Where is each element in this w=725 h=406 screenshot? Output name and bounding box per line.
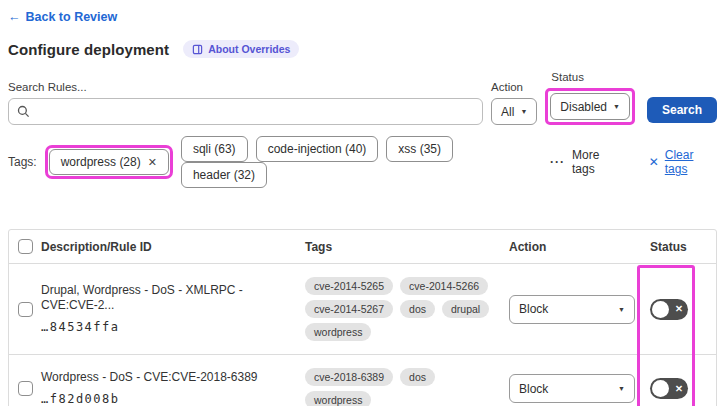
column-header-description: Description/Rule ID (41, 240, 305, 254)
table-header-row: Description/Rule ID Tags Action Status (9, 230, 716, 264)
rule-id: …84534ffa (41, 320, 291, 335)
column-header-action: Action (509, 240, 643, 254)
select-all-checkbox[interactable] (18, 239, 33, 254)
toggle-knob (652, 380, 669, 397)
rule-tag-wordpress: wordpress (305, 323, 371, 341)
about-badge-label: About Overrides (208, 43, 290, 55)
search-icon (17, 105, 30, 118)
book-icon (192, 44, 203, 55)
back-arrow-icon: ← (8, 10, 21, 24)
clear-tags-label: Clear tags (665, 148, 717, 176)
chevron-down-icon: ▼ (613, 103, 620, 110)
rule-tag-drupal: drupal (442, 300, 489, 318)
back-to-review-link[interactable]: ← Back to Review (8, 10, 117, 24)
row-checkbox[interactable] (18, 302, 33, 317)
action-select-value: Block (519, 382, 548, 396)
chevron-down-icon: ▼ (618, 385, 625, 392)
page-title: Configure deployment (8, 41, 169, 58)
status-toggle-disabled[interactable]: ✕ (650, 299, 688, 320)
status-filter-value: Disabled (560, 100, 607, 114)
status-filter-highlight: Disabled ▼ (545, 88, 635, 125)
more-tags-label: More tags (572, 148, 623, 176)
selected-tag-highlight: wordpress (28) ✕ (45, 145, 173, 179)
toggle-knob (652, 301, 669, 318)
rule-tag-cve-2014-5266: cve-2014-5266 (400, 277, 488, 295)
rule-tag-dos: dos (400, 368, 435, 386)
selected-tag-label: wordpress (28) (61, 155, 141, 169)
ellipsis-icon: ··· (550, 155, 565, 169)
tag-pill-sqli[interactable]: sqli (63) (181, 136, 248, 162)
column-header-status: Status (643, 240, 716, 254)
toggle-off-x-icon: ✕ (675, 303, 683, 314)
table-row: Drupal, Wordpress - DoS - XMLRPC - CVE:C… (9, 264, 716, 355)
search-rules-input[interactable] (8, 98, 483, 125)
tags-label: Tags: (8, 155, 37, 169)
chevron-down-icon: ▼ (520, 108, 527, 115)
tag-pill-xss[interactable]: xss (35) (386, 136, 453, 162)
back-link-label: Back to Review (26, 10, 118, 24)
column-header-tags: Tags (305, 240, 509, 254)
row-checkbox[interactable] (18, 381, 33, 396)
rule-description: Drupal, Wordpress - DoS - XMLRPC - CVE:C… (41, 283, 291, 313)
rule-tag-cve-2014-5267: cve-2014-5267 (305, 300, 393, 318)
more-tags-button[interactable]: ··· More tags (550, 148, 623, 176)
rule-description: Wordpress - DoS - CVE:CVE-2018-6389 (41, 370, 291, 385)
status-filter-dropdown[interactable]: Disabled ▼ (550, 93, 630, 120)
clear-x-icon: ✕ (649, 155, 659, 169)
rule-tag-cve-2014-5265: cve-2014-5265 (305, 277, 393, 295)
remove-tag-icon[interactable]: ✕ (148, 156, 157, 169)
rules-table: Description/Rule ID Tags Action Status D… (8, 229, 717, 406)
rule-tag-dos: dos (400, 300, 435, 318)
action-filter-dropdown[interactable]: All ▼ (491, 98, 537, 125)
about-overrides-badge[interactable]: About Overrides (183, 40, 299, 58)
tag-pill-wordpress[interactable]: wordpress (28) ✕ (49, 149, 169, 175)
status-toggle-disabled[interactable]: ✕ (650, 378, 688, 399)
action-filter-value: All (501, 105, 514, 119)
tag-pill-code-injection[interactable]: code-injection (40) (256, 136, 379, 162)
rule-tag-wordpress: wordpress (305, 391, 371, 406)
chevron-down-icon: ▼ (618, 306, 625, 313)
tag-pill-header[interactable]: header (32) (181, 162, 267, 188)
status-filter-label: Status (551, 71, 635, 83)
toggle-off-x-icon: ✕ (675, 383, 683, 394)
rule-tag-cve-2018-6389: cve-2018-6389 (305, 368, 393, 386)
action-select-value: Block (519, 302, 548, 316)
table-row: Wordpress - DoS - CVE:CVE-2018-6389…f82d… (9, 355, 716, 406)
search-rules-label: Search Rules... (8, 81, 483, 93)
rule-id: …f82d008b (41, 392, 291, 406)
clear-tags-link[interactable]: ✕ Clear tags (649, 148, 717, 176)
search-button[interactable]: Search (647, 97, 717, 123)
configure-deployment-page: ← Back to Review Configure deployment Ab… (0, 0, 725, 406)
action-select[interactable]: Block▼ (509, 374, 635, 403)
action-select[interactable]: Block▼ (509, 295, 635, 324)
action-filter-label: Action (491, 81, 537, 93)
